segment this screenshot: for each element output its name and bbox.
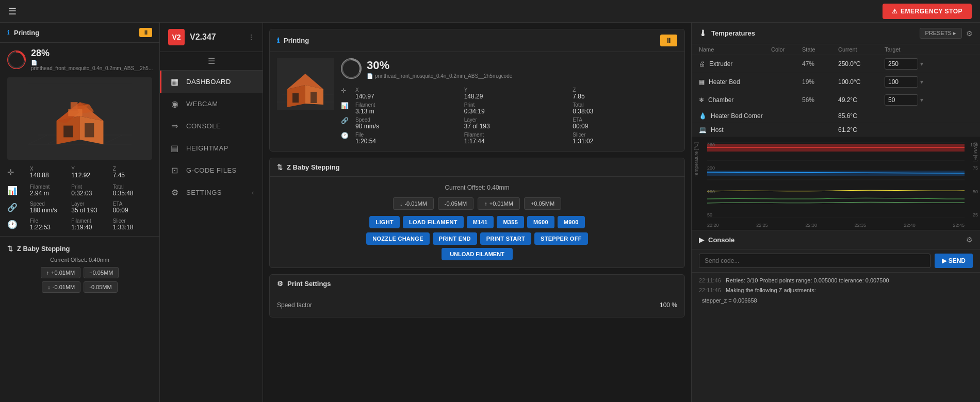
clock-icon: 🕐 (7, 220, 28, 229)
macro-load-filament-btn[interactable]: LOAD FILAMENT (403, 216, 464, 228)
speed-factor-value: 100 % (660, 301, 677, 309)
macro-light-btn[interactable]: LIGHT (369, 216, 400, 228)
extruder-current: 250.0°C (838, 60, 885, 68)
left-panel-title: Printing (14, 29, 39, 37)
macro-m900-btn[interactable]: M900 (558, 216, 585, 228)
pause-button[interactable]: ⏸ (660, 35, 677, 46)
z-baby-up-05-btn[interactable]: +0.05MM (524, 197, 561, 210)
position-icon: ✛ (7, 167, 28, 177)
svg-rect-18 (70, 102, 77, 110)
log-entry: 22:11:46 Retries: 3/10 Probed points ran… (699, 277, 973, 284)
sidebar-item-dashboard[interactable]: ▦ DASHBOARD (160, 71, 263, 93)
sidebar-item-settings[interactable]: ⚙ SETTINGS ‹ (160, 181, 263, 204)
baby-dn-01-btn-left[interactable]: ↓-0.01MM (42, 281, 80, 293)
print-settings-card: ⚙ Print Settings Speed factor 100 % (269, 274, 685, 317)
temp-table-header: Name Color State Current Target (692, 44, 980, 55)
pos-icon: ✛ (341, 87, 351, 100)
print-thumbnail (7, 77, 152, 160)
z-baby-offset: Current Offset: 0.40mm (277, 184, 677, 191)
emergency-stop-button[interactable]: ⚠ EMERGENCY STOP (883, 4, 972, 19)
print-percent: 30% (367, 59, 512, 72)
clock2-icon: 🕐 (341, 132, 351, 145)
nav-logo: V2 (168, 29, 185, 45)
z-baby-content: Current Offset: 0.40mm ↓-0.01MM -0.05MM … (270, 177, 684, 267)
console-settings-button[interactable]: ⚙ (966, 236, 973, 244)
file-doc-icon: 📄 (367, 73, 373, 79)
macro-print-start-btn[interactable]: PRINT START (480, 232, 531, 245)
progress-circle (7, 51, 26, 69)
baby-up-05-btn-left[interactable]: +0.05MM (84, 267, 119, 278)
xyz-stats: ✛ X 140.88 Y 112.92 Z 7.45 (0, 163, 159, 182)
chamber-icon: ❄ (699, 96, 704, 104)
baby-btn-row-dn: ↓-0.01MM -0.05MM (7, 281, 152, 293)
chamber-target-arrow[interactable]: ▾ (920, 96, 923, 104)
z-baby-dn-01-btn[interactable]: ↓-0.01MM (393, 197, 434, 210)
chamber-state: 56% (802, 96, 838, 104)
temp-settings-button[interactable]: ⚙ (966, 29, 973, 38)
right-column: 🌡 Temperatures PRESETS ▸ ⚙ Name Color St… (691, 23, 980, 402)
heater-bed-icon: ▦ (699, 78, 705, 86)
printing-content: 30% 📄 printhead_front_mosquito_0.4n_0.2m… (270, 52, 684, 151)
sidebar-item-webcam[interactable]: ◉ WEBCAM (160, 93, 263, 115)
panel-header-left: ℹ Printing (7, 29, 39, 37)
temperatures-section: 🌡 Temperatures PRESETS ▸ ⚙ Name Color St… (692, 23, 980, 230)
left-pause-button[interactable]: ⏸ (139, 28, 152, 37)
chamber-target-row: ▾ (885, 94, 936, 106)
svg-rect-26 (311, 92, 317, 103)
sidebar-item-console[interactable]: ⇒ CONSOLE (160, 115, 263, 137)
macro-unload-filament-btn[interactable]: UNLOAD FILAMENT (442, 248, 513, 260)
baby-up-01-btn-left[interactable]: ↑+0.01MM (41, 267, 81, 278)
z-baby-dn-05-btn[interactable]: -0.05MM (438, 197, 473, 210)
extruder-target-arrow[interactable]: ▾ (920, 60, 923, 68)
printing-card: ℹ Printing ⏸ (269, 29, 685, 152)
console-input[interactable] (699, 254, 930, 268)
macro-m355-btn[interactable]: M355 (497, 216, 524, 228)
warning-icon: ⚠ (892, 8, 898, 15)
z-baby-card: ⇅ Z Baby Stepping Current Offset: 0.40mm… (269, 158, 685, 268)
print-settings-content: Speed factor 100 % (270, 293, 684, 317)
console-section: ▶ Console ⚙ ▶ SEND 22:11:46 Retries: 3/ (692, 230, 980, 402)
extruder-target-input[interactable] (885, 58, 918, 70)
send-button[interactable]: ▶ SEND (935, 254, 973, 268)
macro-stepper-off-btn[interactable]: STEPPER OFF (534, 232, 588, 245)
presets-button[interactable]: PRESETS ▸ (920, 28, 962, 39)
console-log: 22:11:46 Retries: 3/10 Probed points ran… (692, 273, 980, 402)
print-details: 30% 📄 printhead_front_mosquito_0.4n_0.2m… (341, 58, 677, 145)
y-axis-values: 260 200 100 50 (707, 142, 715, 217)
temp-header: 🌡 Temperatures PRESETS ▸ ⚙ (692, 23, 980, 44)
svg-rect-13 (63, 126, 73, 138)
heater-bed-target-arrow[interactable]: ▾ (920, 78, 923, 86)
center-column: ℹ Printing ⏸ (263, 23, 691, 402)
extruder-icon: 🖨 (699, 60, 705, 68)
nav-hamburger[interactable]: ☰ (160, 52, 263, 71)
heater-bed-current: 100.0°C (838, 78, 885, 86)
macro-m600-btn[interactable]: M600 (527, 216, 554, 228)
printing-card-title: ℹ Printing (277, 37, 309, 44)
z-baby-title: ⇅ Z Baby Stepping (277, 163, 340, 171)
x-axis-labels: 22:20 22:25 22:30 22:35 22:40 22:45 (707, 223, 965, 228)
baby-dn-05-btn-left[interactable]: -0.05MM (84, 281, 117, 293)
sidebar-item-heightmap[interactable]: ▤ HEIGHTMAP (160, 137, 263, 159)
temp-row-heater-bed-corner: 💧 Heater Bed Corner 85.6°C (692, 109, 980, 123)
top-bar-left: ☰ (8, 6, 17, 17)
temp-row-heater-bed: ▦ Heater Bed 19% 100.0°C ▾ (692, 73, 980, 91)
heater-corner-icon: 💧 (699, 112, 707, 120)
macro-nozzle-change-btn[interactable]: NOZZLE CHANGE (366, 232, 430, 245)
left-panel: ℹ Printing ⏸ 28% 📄 printhead_front_mosqu… (0, 23, 160, 402)
heater-bed-target-input[interactable] (885, 76, 918, 88)
macro-buttons-row1: LIGHT LOAD FILAMENT M141 M355 M600 M900 (277, 216, 677, 228)
print-progress-row: 30% 📄 printhead_front_mosquito_0.4n_0.2m… (341, 58, 677, 79)
z-baby-up-01-btn[interactable]: ↑+0.01MM (478, 197, 520, 210)
macro-print-end-btn[interactable]: PRINT END (433, 232, 477, 245)
macro-m141-btn[interactable]: M141 (467, 216, 494, 228)
time-stats: 🕐 File 1:22:53 Filament 1:19:40 Slicer 1… (0, 216, 159, 233)
top-bar: ☰ ⚠ EMERGENCY STOP (0, 0, 980, 23)
temp-row-chamber: ❄ Chamber 56% 49.2°C ▾ (692, 91, 980, 109)
nav-menu-icon[interactable]: ⋮ (248, 34, 254, 41)
print-settings-header: ⚙ Print Settings (270, 275, 684, 293)
sidebar-item-gcode-files[interactable]: ⊡ G-CODE FILES (160, 159, 263, 181)
sidebar-item-label: G-CODE FILES (186, 166, 237, 174)
chamber-target-input[interactable] (885, 94, 918, 106)
hamburger-icon[interactable]: ☰ (8, 6, 17, 17)
progress-percent: 28% (31, 48, 153, 59)
